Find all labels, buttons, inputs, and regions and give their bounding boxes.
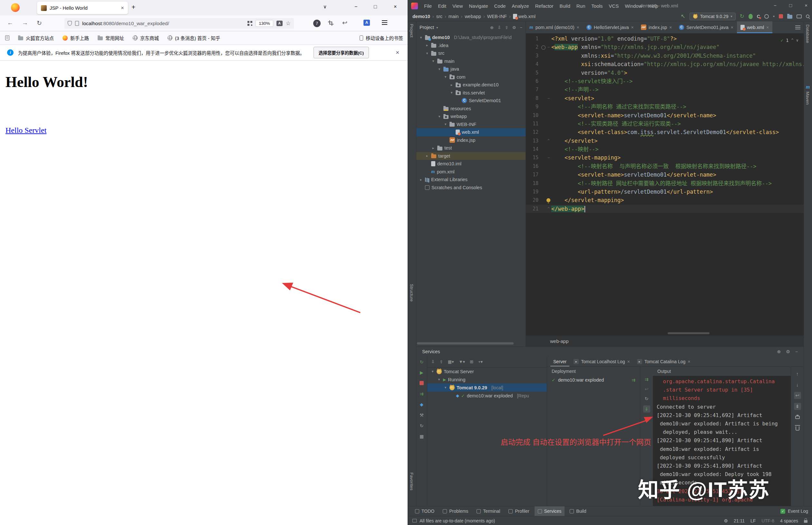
bookmark-(3 条消息) 首页 - 知乎[interactable]: (3 条消息) 首页 - 知乎 xyxy=(168,34,220,41)
locate-icon[interactable]: ⊕ xyxy=(490,25,494,30)
tree-item-web.xml[interactable]: web.xml xyxy=(416,128,525,136)
toolwindow-stripe-structure[interactable]: Structure xyxy=(409,284,414,302)
code-line-19[interactable]: 19 <url-pattern>/servletDemo01</url-patt… xyxy=(526,188,803,196)
soft-wrap-icon[interactable]: ↩ xyxy=(794,392,801,399)
event-log-button[interactable]: ✓ Event Log xyxy=(780,506,808,516)
stop-button[interactable] xyxy=(779,14,783,18)
code-line-16[interactable]: 16 <!--映射名称 与声明名称必须一致 根据映射名称来找到映射路径--> xyxy=(526,162,803,170)
notification-close-icon[interactable]: × xyxy=(396,49,399,56)
tab-close-icon[interactable]: × xyxy=(631,25,634,30)
run-button[interactable]: ↻ xyxy=(740,13,744,20)
scroll-down-icon[interactable]: ↓ xyxy=(794,381,801,388)
code-line-17[interactable]: 17 <servlet-name>servletDemo01</servlet-… xyxy=(526,170,803,179)
tree-item-webapp[interactable]: ▾webapp xyxy=(416,112,525,121)
chevron-down-icon[interactable]: ▾ xyxy=(436,26,438,29)
forward-icon[interactable]: → xyxy=(22,19,28,27)
clear-icon[interactable] xyxy=(794,425,801,432)
tree-item-.idea[interactable]: ▸.idea xyxy=(416,42,525,50)
gear-icon[interactable]: ⚙ xyxy=(786,349,790,354)
breadcrumb-item[interactable]: demo10 xyxy=(412,14,430,19)
menu-analyze[interactable]: Analyze xyxy=(512,3,529,9)
tree-item-index.jsp[interactable]: JSPindex.jsp xyxy=(416,136,525,145)
toolwindow-button-problems[interactable]: Problems xyxy=(440,506,471,516)
editor-horizontal-scrollbar[interactable] xyxy=(668,332,709,334)
tree-item-resources[interactable]: resources xyxy=(416,105,525,113)
code-editor[interactable]: ✓ 1 ^ ∨ 1<?xml version="1.0" encoding="U… xyxy=(526,33,803,335)
tab-close-icon[interactable]: × xyxy=(669,25,672,30)
code-line-13[interactable]: 13^ </servlet> xyxy=(526,137,803,145)
tree-item-pom.xml[interactable]: mpom.xml xyxy=(416,168,525,176)
run-configuration-select[interactable]: Tomcat 9.0.29 ▾ xyxy=(690,13,736,20)
hide-panel-icon[interactable]: − xyxy=(520,25,522,30)
tab-close-icon[interactable]: × xyxy=(627,359,630,364)
menu-refactor[interactable]: Refactor xyxy=(535,3,554,9)
menu-tools[interactable]: Tools xyxy=(591,3,602,9)
prev-error-icon[interactable]: ^ xyxy=(791,36,794,44)
gear-icon[interactable]: ⚙ xyxy=(512,25,516,30)
filter-icon[interactable]: ▼▾ xyxy=(459,359,465,364)
code-line-12[interactable]: 12 <servlet-class>com.itss.servlet.Servl… xyxy=(526,128,803,136)
log-line[interactable]: deployed successfully xyxy=(657,453,787,462)
menu-code[interactable]: Code xyxy=(494,3,506,9)
file-encoding[interactable]: UTF-8 xyxy=(762,518,774,523)
scroll-up-icon[interactable]: ↑ xyxy=(794,370,801,377)
code-line-4[interactable]: 4 xsi:schemaLocation="http://xmlns.jcp.o… xyxy=(526,60,803,68)
log-line[interactable]: [2022-10-30 09:25:41,692] Artifact xyxy=(657,411,787,420)
toolwindow-toggle-icon[interactable] xyxy=(412,519,417,522)
bookmark-star-icon[interactable]: ☆ xyxy=(286,20,291,27)
log-line[interactable]: [2022-10-30 09:25:41,890] Artifact xyxy=(657,436,787,445)
add-service-icon[interactable]: +▾ xyxy=(478,359,483,364)
code-line-14[interactable]: 14 <!--映射--> xyxy=(526,145,803,153)
rollback-icon[interactable]: ↩ xyxy=(644,386,649,392)
translate-extension-icon[interactable]: A xyxy=(364,20,370,26)
tree-item-example.demo10[interactable]: ▸example.demo10 xyxy=(416,81,525,89)
project-structure-icon[interactable] xyxy=(787,15,792,19)
debug-button[interactable] xyxy=(749,14,753,19)
code-line-20[interactable]: 20 </servlet-mapping> xyxy=(526,196,803,204)
menu-hamburger-icon[interactable] xyxy=(382,22,387,23)
print-icon[interactable] xyxy=(794,414,801,421)
tree-item-External-Libraries[interactable]: ▸External Libraries xyxy=(416,176,525,184)
next-error-icon[interactable]: ∨ xyxy=(796,36,798,44)
code-line-2[interactable]: 2−<web-app xmlns="http://xmlns.jcp.org/x… xyxy=(526,43,803,51)
toolwindow-stripe-maven[interactable]: Maven xyxy=(805,91,810,105)
log-line[interactable]: demo10:war exploded: Artifact is being xyxy=(657,420,787,428)
project-horizontal-scrollbar[interactable] xyxy=(417,342,514,345)
toolwindow-stripe-project[interactable]: Project xyxy=(409,24,414,38)
toolwindow-stripe-favorites[interactable]: Favorites xyxy=(409,472,414,491)
ide-maximize-button[interactable]: □ xyxy=(789,3,792,8)
tab-close-icon[interactable]: × xyxy=(688,359,690,364)
inspection-widget[interactable]: ✓ 1 ^ ∨ xyxy=(781,36,798,44)
debug-server-icon[interactable]: ▶ xyxy=(419,370,424,375)
tree-item-main[interactable]: ▾main xyxy=(416,57,525,65)
browser-minimize-button[interactable]: − xyxy=(354,4,357,10)
profiler-button[interactable] xyxy=(764,14,769,19)
zoom-level[interactable]: 130% xyxy=(256,20,273,27)
back-icon[interactable]: ← xyxy=(7,19,13,27)
log-line[interactable]: [2022-10-30 09:25:41,890] Artifact xyxy=(657,462,787,470)
services-tab-Tomcat-Catalina-Log[interactable]: ▸Tomcat Catalina Log× xyxy=(634,357,693,366)
firefox-logo-icon[interactable] xyxy=(11,3,20,12)
undo-arrow-icon[interactable]: ↩ xyxy=(342,19,347,27)
coverage-button[interactable]: C xyxy=(757,14,760,19)
grid-icon[interactable]: ▦ xyxy=(419,434,424,439)
run-dashboard-icon[interactable] xyxy=(797,15,802,18)
breadcrumb-item[interactable]: main xyxy=(448,14,459,19)
editor-tab-web.xml[interactable]: web.xml× xyxy=(737,21,772,33)
new-window-icon[interactable]: ⊞ xyxy=(470,359,473,364)
bookmark-火狐官方站点[interactable]: 火狐官方站点 xyxy=(18,34,54,41)
services-diamond-icon[interactable]: ◆ xyxy=(419,402,424,407)
services-panel-title[interactable]: Services xyxy=(422,349,440,354)
tree-item-target[interactable]: ▸target xyxy=(416,152,525,160)
bookmark-常用网址[interactable]: 常用网址 xyxy=(98,34,124,41)
expand-all-icon[interactable]: ⇩ xyxy=(497,25,501,30)
code-line-15[interactable]: 15− <servlet-mapping> xyxy=(526,153,803,162)
extension-badge[interactable]: 7 xyxy=(313,20,321,27)
breadcrumb-item[interactable]: webapp xyxy=(465,14,481,19)
translate-icon[interactable]: A xyxy=(276,21,282,26)
collapse-all-icon[interactable]: ⇧ xyxy=(505,25,508,30)
editor-tab-index.jsp[interactable]: JSPindex.jsp× xyxy=(637,21,675,33)
url-bar[interactable]: localhost:8080/demo10_war_exploded/ 130%… xyxy=(64,18,294,29)
shield-icon[interactable] xyxy=(68,21,72,26)
editor-tab-HelloServlet.java[interactable]: CHelloServlet.java× xyxy=(583,21,637,33)
